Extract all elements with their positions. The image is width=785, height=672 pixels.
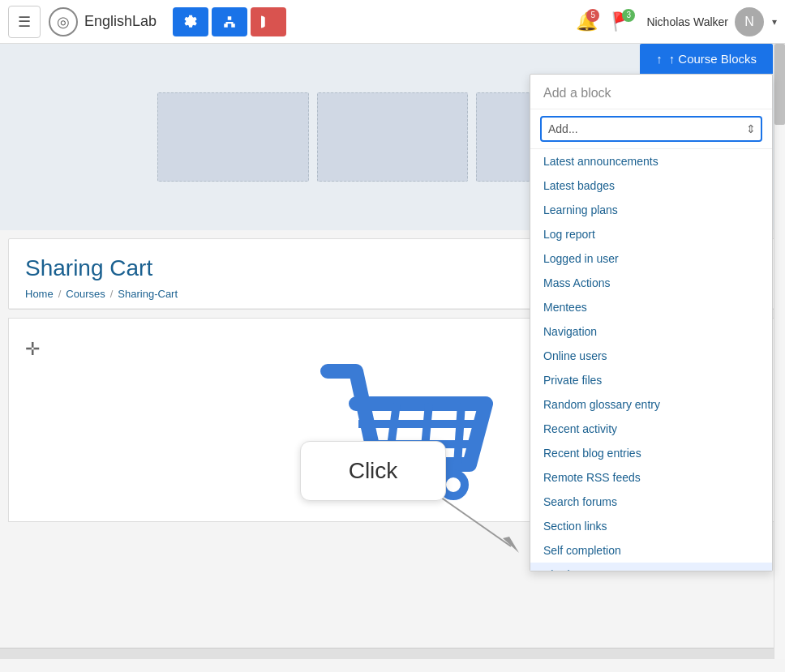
notification-flag[interactable]: 🚩 3: [607, 7, 637, 36]
org-button[interactable]: [212, 7, 247, 36]
dropdown-item[interactable]: Recent activity: [530, 417, 772, 441]
course-blocks-button[interactable]: ↑ ↑ Course Blocks: [640, 44, 773, 74]
dropdown-item[interactable]: Latest announcements: [530, 149, 772, 173]
logo: ◎ EnglishLab: [49, 7, 157, 36]
breadcrumb-sep-1: /: [58, 288, 62, 300]
gear-button[interactable]: [173, 7, 208, 36]
block-dropdown-list: Latest announcementsLatest badgesLearnin…: [530, 149, 772, 571]
placeholder-cell-1: [157, 92, 309, 182]
breadcrumb-sep-2: /: [110, 288, 114, 300]
add-select-row: Add... ⇕: [530, 109, 772, 149]
hamburger-icon: ☰: [18, 13, 31, 31]
main-wrapper: Sharing Cart Home / Courses / Sharing-Ca…: [0, 44, 785, 648]
dropdown-item[interactable]: Remote RSS feeds: [530, 465, 772, 490]
dropdown-item[interactable]: Private files: [530, 368, 772, 392]
course-blocks-arrow-icon: ↑: [656, 52, 663, 66]
move-icon[interactable]: ✛: [25, 339, 40, 360]
click-label: Click: [349, 458, 398, 483]
username: Nicholas Walker: [646, 15, 728, 28]
dropdown-item[interactable]: Log report: [530, 222, 772, 246]
click-tooltip: Click: [300, 441, 446, 501]
logo-icon: ◎: [49, 7, 78, 36]
dropdown-item[interactable]: Logged in user: [530, 246, 772, 271]
dropdown-item[interactable]: Navigation: [530, 319, 772, 344]
dropdown-item[interactable]: Section links: [530, 514, 772, 538]
power-icon: [261, 15, 276, 29]
dropdown-item[interactable]: Sharing Cart: [530, 563, 772, 571]
course-blocks-label: ↑ Course Blocks: [669, 52, 757, 66]
dropdown-item[interactable]: Search forums: [530, 490, 772, 514]
svg-marker-8: [503, 537, 519, 553]
gear-icon: [183, 15, 198, 29]
right-panel: ↑ ↑ Course Blocks Add a block Add... ⇕ L…: [530, 44, 773, 571]
dropdown-item[interactable]: Learning plans: [530, 198, 772, 222]
right-scrollbar-thumb[interactable]: [774, 44, 785, 125]
bell-badge: 5: [586, 9, 599, 22]
navbar: ☰ ◎ EnglishLab 🔔 5 🚩 3 Nicholas Walker N…: [0, 0, 785, 44]
bottom-scrollbar[interactable]: [0, 648, 785, 659]
user-menu[interactable]: Nicholas Walker N ▾: [646, 7, 777, 36]
power-button[interactable]: [251, 7, 286, 36]
breadcrumb-sharingcart[interactable]: Sharing-Cart: [118, 288, 178, 300]
avatar: N: [735, 7, 764, 36]
add-a-block-header: Add a block: [530, 75, 772, 109]
hamburger-button[interactable]: ☰: [8, 6, 41, 38]
dropdown-item[interactable]: Recent blog entries: [530, 441, 772, 465]
flag-badge: 3: [622, 9, 635, 22]
dropdown-item[interactable]: Self completion: [530, 538, 772, 563]
dropdown-item[interactable]: Online users: [530, 344, 772, 368]
dropdown-item[interactable]: Mass Actions: [530, 271, 772, 295]
logo-text: EnglishLab: [84, 13, 157, 30]
right-scrollbar[interactable]: [774, 44, 785, 659]
dropdown-item[interactable]: Random glossary entry: [530, 392, 772, 417]
dropdown-item[interactable]: Mentees: [530, 295, 772, 319]
notification-bell[interactable]: 🔔 5: [572, 7, 601, 36]
breadcrumb-home[interactable]: Home: [25, 288, 54, 300]
svg-line-2: [457, 404, 461, 464]
dropdown-item[interactable]: Latest badges: [530, 173, 772, 198]
add-block-panel: Add a block Add... ⇕ Latest announcement…: [530, 74, 773, 571]
org-icon: [222, 15, 237, 29]
add-block-select[interactable]: Add...: [540, 116, 762, 142]
user-chevron-icon: ▾: [772, 16, 777, 28]
breadcrumb-courses[interactable]: Courses: [66, 288, 105, 300]
placeholder-cell-2: [317, 92, 469, 182]
